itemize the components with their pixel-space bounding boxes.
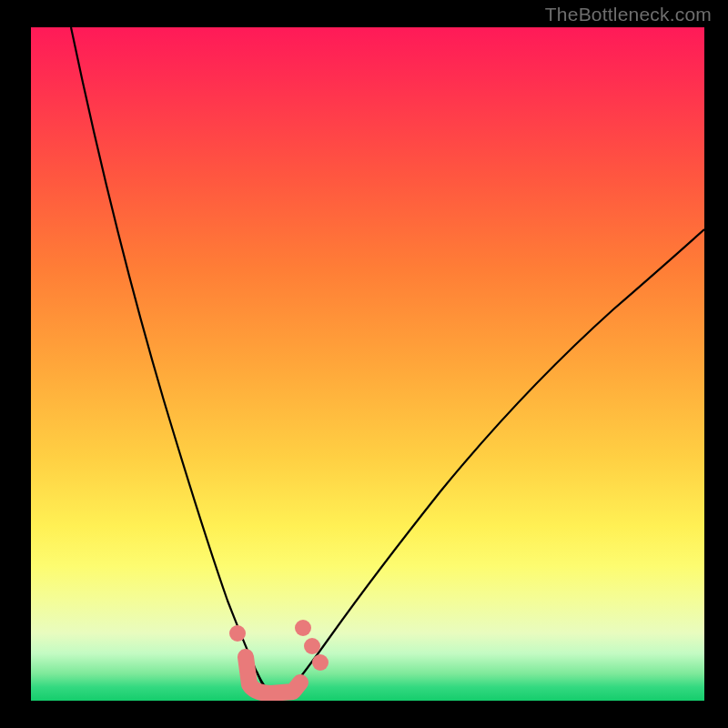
- marker-dot: [304, 638, 320, 654]
- curve-left: [71, 27, 268, 693]
- marker-group: [229, 620, 329, 693]
- marker-dot: [229, 625, 246, 642]
- chart-svg: [31, 27, 704, 701]
- plot-area: [31, 27, 704, 701]
- watermark-text: TheBottleneck.com: [545, 4, 712, 25]
- curve-right: [288, 229, 704, 693]
- outer-frame: TheBottleneck.com: [0, 0, 728, 728]
- marker-dot: [312, 654, 329, 671]
- marker-dot: [295, 620, 311, 636]
- marker-u-shape: [246, 657, 300, 693]
